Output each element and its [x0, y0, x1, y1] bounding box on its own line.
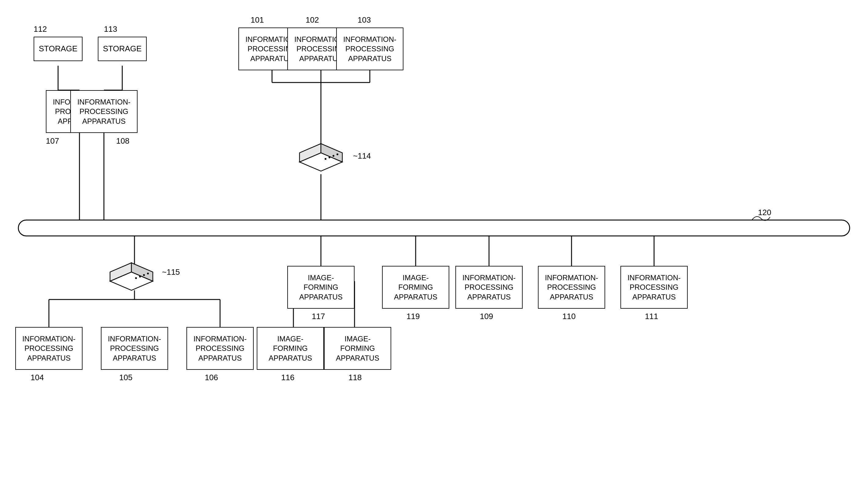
- storage-113: STORAGE: [98, 37, 147, 61]
- ref-114: ~114: [353, 151, 371, 161]
- ref-118: 118: [348, 373, 362, 382]
- diagram-svg: [0, 0, 868, 485]
- svg-point-35: [337, 153, 338, 155]
- ipa-109: INFORMATION-PROCESSINGAPPARATUS: [455, 266, 523, 309]
- ipa-104: INFORMATION-PROCESSINGAPPARATUS: [15, 327, 83, 370]
- ifa-117: IMAGE-FORMINGAPPARATUS: [287, 266, 354, 309]
- ifa-119: IMAGE-FORMINGAPPARATUS: [382, 266, 449, 309]
- ref-101: 101: [251, 15, 264, 25]
- ref-103: 103: [358, 15, 371, 25]
- ref-104: 104: [31, 373, 44, 382]
- ref-112: 112: [34, 25, 47, 34]
- ref-120-curve: [752, 214, 770, 223]
- ipa-111: INFORMATION-PROCESSINGAPPARATUS: [620, 266, 688, 309]
- ipa-106: INFORMATION-PROCESSINGAPPARATUS: [186, 327, 254, 370]
- svg-rect-0: [18, 220, 850, 236]
- ref-108: 108: [116, 136, 129, 146]
- ref-109: 109: [480, 312, 493, 321]
- ipa-110: INFORMATION-PROCESSINGAPPARATUS: [538, 266, 605, 309]
- ipa-105: INFORMATION-PROCESSINGAPPARATUS: [101, 327, 168, 370]
- ref-115: ~115: [162, 267, 180, 277]
- ifa-118: IMAGE-FORMINGAPPARATUS: [324, 327, 391, 370]
- ref-105: 105: [119, 373, 132, 382]
- switch-115: [98, 257, 165, 293]
- ref-106: 106: [205, 373, 218, 382]
- ref-111: 111: [645, 312, 658, 321]
- ipa-108: INFORMATION-PROCESSINGAPPARATUS: [70, 90, 137, 133]
- ref-119: 119: [406, 312, 420, 321]
- diagram-container: STORAGE 112 STORAGE 113 INFORMATION-PROC…: [0, 0, 868, 485]
- ipa-103: INFORMATION-PROCESSINGAPPARATUS: [336, 28, 403, 70]
- svg-point-39: [135, 277, 137, 279]
- switch-114: [287, 138, 354, 174]
- ref-110: 110: [562, 312, 576, 321]
- ref-107: 107: [46, 136, 59, 146]
- ref-113: 113: [104, 25, 117, 34]
- svg-point-40: [139, 276, 141, 277]
- ifa-116: IMAGE-FORMINGAPPARATUS: [257, 327, 324, 370]
- svg-point-34: [333, 155, 334, 157]
- svg-point-41: [143, 274, 145, 276]
- storage-112: STORAGE: [34, 37, 83, 61]
- svg-point-33: [329, 156, 331, 158]
- ref-116: 116: [281, 373, 294, 382]
- svg-point-42: [147, 273, 149, 274]
- ref-102: 102: [306, 15, 319, 25]
- ref-117: 117: [312, 312, 325, 321]
- svg-point-32: [324, 158, 327, 160]
